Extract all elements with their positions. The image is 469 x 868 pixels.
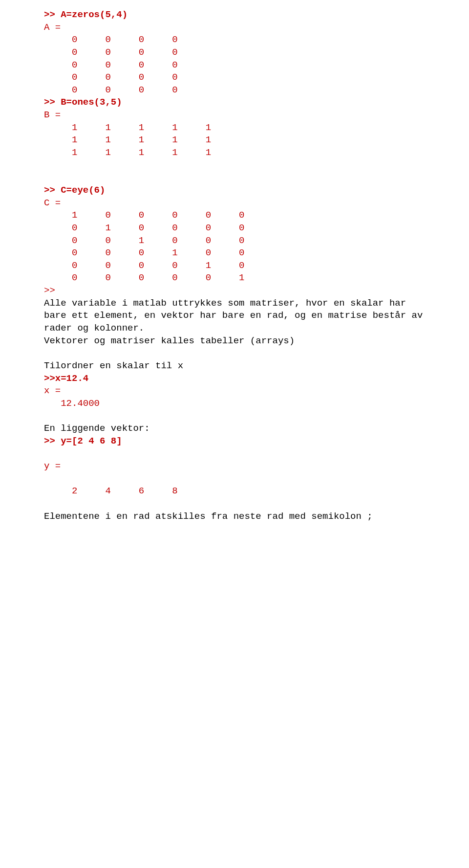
cmd-b-ones: >> B=ones(3,5) xyxy=(44,96,425,109)
output-b-label: B = xyxy=(44,109,425,122)
cmd-y-assign: >> y=[2 4 6 8] xyxy=(44,435,425,448)
blank-line xyxy=(44,410,425,423)
paragraph-row-vector: En liggende vektor: xyxy=(44,423,425,435)
cmd-c-eye: >> C=eye(6) xyxy=(44,184,425,197)
output-c-row: 0 0 1 0 0 0 xyxy=(44,235,425,247)
paragraph-scalar: Tilordner en skalar til x xyxy=(44,360,425,373)
blank-line xyxy=(44,447,425,460)
blank-line xyxy=(44,498,425,511)
output-a-row: 0 0 0 0 xyxy=(44,59,425,72)
output-c-row: 0 1 0 0 0 0 xyxy=(44,222,425,235)
output-x-label: x = xyxy=(44,385,425,398)
output-b-row: 1 1 1 1 1 xyxy=(44,147,425,159)
output-c-row: 0 0 0 0 0 1 xyxy=(44,272,425,285)
output-y-label: y = xyxy=(44,460,425,473)
document-page: >> A=zeros(5,4) A = 0 0 0 0 0 0 0 0 0 0 … xyxy=(0,0,469,868)
blank-line xyxy=(44,473,425,486)
output-c-tail: >> xyxy=(44,285,425,297)
output-b-row: 1 1 1 1 1 xyxy=(44,134,425,147)
output-c-row: 0 0 0 1 0 0 xyxy=(44,247,425,260)
cmd-x-assign: >>x=12.4 xyxy=(44,373,425,385)
output-y-value: 2 4 6 8 xyxy=(44,485,425,498)
output-c-row: 0 0 0 0 1 0 xyxy=(44,260,425,272)
output-c-label: C = xyxy=(44,197,425,210)
blank-line xyxy=(44,172,425,184)
output-a-row: 0 0 0 0 xyxy=(44,34,425,46)
paragraph-matrices: Alle variable i matlab uttrykkes som mat… xyxy=(44,297,425,348)
blank-line xyxy=(44,159,425,172)
output-b-row: 1 1 1 1 1 xyxy=(44,122,425,134)
cmd-a-zeros: >> A=zeros(5,4) xyxy=(44,9,425,22)
output-c-row: 1 0 0 0 0 0 xyxy=(44,209,425,222)
output-a-row: 0 0 0 0 xyxy=(44,71,425,84)
blank-line xyxy=(44,347,425,360)
output-x-value: 12.4000 xyxy=(44,398,425,410)
output-a-row: 0 0 0 0 xyxy=(44,46,425,59)
output-a-label: A = xyxy=(44,22,425,34)
paragraph-semicolon: Elementene i en rad atskilles fra neste … xyxy=(44,511,425,523)
output-a-row: 0 0 0 0 xyxy=(44,84,425,97)
